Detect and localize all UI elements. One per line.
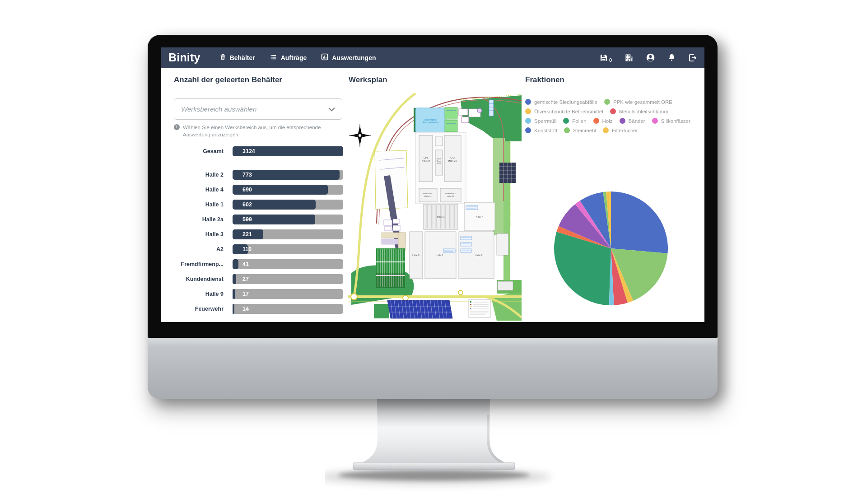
bar-track: 773 bbox=[233, 170, 343, 180]
legend-label: Bänder bbox=[629, 118, 645, 124]
svg-text:H23: H23 bbox=[437, 162, 441, 164]
bar-value: 602 bbox=[242, 200, 252, 210]
legend-item[interactable]: Folien bbox=[563, 118, 586, 124]
nav-item-auswertungen[interactable]: Auswertungen bbox=[321, 53, 376, 62]
nav-item-auftraege[interactable]: Aufträge bbox=[270, 54, 307, 62]
legend-row: gemischte SiedlungsabfällePPK wie gesamm… bbox=[525, 99, 704, 105]
bar-label: Halle 9 bbox=[174, 291, 224, 297]
map-parking-area bbox=[376, 248, 405, 288]
werksplan-map: Regenwasser Rückhaltebecken CP1 Halle 24… bbox=[348, 93, 522, 321]
legend-item[interactable]: Bänder bbox=[620, 118, 645, 124]
bar-fill bbox=[233, 289, 235, 299]
select-placeholder: Werksbereich auswählen bbox=[181, 105, 256, 113]
legend-item[interactable]: Filtertücher bbox=[603, 127, 638, 133]
legend-dot bbox=[525, 127, 531, 133]
fraktionen-legend: gemischte SiedlungsabfällePPK wie gesamm… bbox=[525, 99, 704, 137]
sign-out-icon bbox=[688, 53, 697, 62]
fraktionen-pie-chart bbox=[553, 191, 669, 306]
bar-label: Halle 2a bbox=[174, 216, 224, 223]
chevron-down-icon bbox=[328, 105, 335, 113]
legend-label: Silikonfässer bbox=[661, 118, 690, 124]
bar-row: Halle 1602 bbox=[174, 200, 343, 210]
legend-dot bbox=[593, 118, 599, 124]
legend-item[interactable]: Ölverschmutzte Betriebsmittel bbox=[525, 108, 603, 114]
legend-item[interactable]: gemischte Siedlungsabfälle bbox=[525, 99, 597, 105]
info-text: Wählen Sie einen Werksbereich aus, um di… bbox=[183, 124, 340, 138]
bar-label: A2 bbox=[174, 246, 224, 252]
bar-value: 17 bbox=[242, 289, 249, 299]
building-icon bbox=[624, 53, 634, 62]
bar-value: 14 bbox=[242, 304, 249, 314]
legend-dot bbox=[610, 108, 616, 114]
navbar-actions: 0 bbox=[599, 53, 697, 62]
legend-item[interactable]: Metallschleifschlamm bbox=[610, 108, 668, 114]
legend-label: PPK wie gesammelt ÖRE bbox=[613, 99, 672, 105]
legend-item[interactable]: Sperrmüll bbox=[525, 118, 556, 124]
legend-item[interactable]: Kunststoff bbox=[525, 127, 557, 133]
bar-row: Halle 917 bbox=[174, 289, 343, 299]
legend-dot bbox=[620, 118, 625, 124]
bar-track: 602 bbox=[233, 200, 343, 210]
map-parking-structure bbox=[499, 163, 516, 183]
bar-label: Feuerwehr bbox=[174, 306, 224, 312]
monitor-stand bbox=[325, 387, 578, 500]
svg-text:Rückhaltebecken: Rückhaltebecken bbox=[423, 121, 439, 124]
legend-label: Steinmehl bbox=[573, 128, 596, 133]
bar-value: 110 bbox=[242, 244, 252, 254]
bar-value: 27 bbox=[242, 274, 249, 284]
stand-neck bbox=[362, 399, 505, 462]
svg-text:Formation 2: Formation 2 bbox=[445, 192, 456, 195]
legend-label: Holz bbox=[602, 118, 613, 124]
nav-item-label: Aufträge bbox=[281, 54, 307, 61]
bar-track: 41 bbox=[233, 259, 343, 269]
legend-label: gemischte Siedlungsabfälle bbox=[534, 99, 597, 105]
emptied-panel-title: Anzahl der geleerten Behälter bbox=[174, 75, 282, 84]
legend-dot bbox=[525, 108, 531, 114]
legend-dot bbox=[525, 118, 531, 124]
bar-value: 41 bbox=[242, 259, 249, 269]
legend-label: Kunststoff bbox=[534, 128, 557, 133]
bar-fill bbox=[233, 274, 236, 284]
legend-label: Filtertücher bbox=[612, 128, 638, 133]
svg-text:Halle 21: Halle 21 bbox=[424, 195, 432, 197]
nav-item-behaelter[interactable]: Behälter bbox=[219, 53, 255, 62]
emptied-bar-chart: Gesamt3124Halle 2773Halle 4690Halle 1602… bbox=[174, 146, 343, 319]
legend-row: Ölverschmutzte BetriebsmittelMetallschle… bbox=[525, 108, 704, 114]
bar-value: 690 bbox=[242, 185, 252, 195]
svg-text:Regenwasser: Regenwasser bbox=[424, 119, 438, 121]
bar-track: 14 bbox=[233, 304, 343, 314]
bar-row: Halle 2773 bbox=[174, 170, 343, 180]
notifications-button[interactable] bbox=[667, 53, 676, 62]
save-count-badge: 0 bbox=[609, 57, 612, 63]
svg-text:Halle 3: Halle 3 bbox=[437, 215, 444, 218]
navbar: Binity Behälter Aufträge Auswertungen bbox=[161, 47, 704, 68]
legend-label: Ölverschmutzte Betriebsmittel bbox=[534, 109, 603, 114]
bar-fill bbox=[233, 304, 234, 314]
legend-dot bbox=[603, 127, 609, 133]
svg-text:Halle 2: Halle 2 bbox=[475, 254, 482, 257]
save-button[interactable]: 0 bbox=[599, 53, 612, 62]
svg-text:CP2: CP2 bbox=[450, 156, 455, 159]
info-note: i Wählen Sie einen Werksbereich aus, um … bbox=[174, 124, 340, 138]
company-button[interactable] bbox=[624, 53, 634, 62]
legend-item[interactable]: Holz bbox=[593, 118, 613, 124]
logout-button[interactable] bbox=[688, 53, 697, 62]
svg-text:Halle 22: Halle 22 bbox=[447, 195, 455, 197]
bar-value: 3124 bbox=[242, 146, 255, 156]
monitor-chin bbox=[148, 338, 718, 399]
svg-text:CP1: CP1 bbox=[424, 156, 428, 159]
bar-row: Halle 2a599 bbox=[174, 215, 343, 224]
bar-track: 690 bbox=[233, 185, 343, 195]
legend-item[interactable]: Steinmehl bbox=[564, 127, 596, 133]
list-icon bbox=[270, 54, 277, 62]
account-button[interactable] bbox=[646, 53, 655, 62]
bar-label: Halle 1 bbox=[174, 201, 224, 208]
werksbereich-select[interactable]: Werksbereich auswählen bbox=[174, 98, 342, 120]
werksplan-title: Werksplan bbox=[349, 75, 387, 84]
legend-item[interactable]: Silikonfässer bbox=[652, 118, 690, 124]
bar-row: Gesamt3124 bbox=[174, 146, 343, 156]
legend-item[interactable]: PPK wie gesammelt ÖRE bbox=[604, 99, 672, 105]
brand-logo[interactable]: Binity bbox=[168, 51, 200, 64]
legend-dot bbox=[564, 127, 570, 133]
info-icon: i bbox=[174, 124, 180, 130]
